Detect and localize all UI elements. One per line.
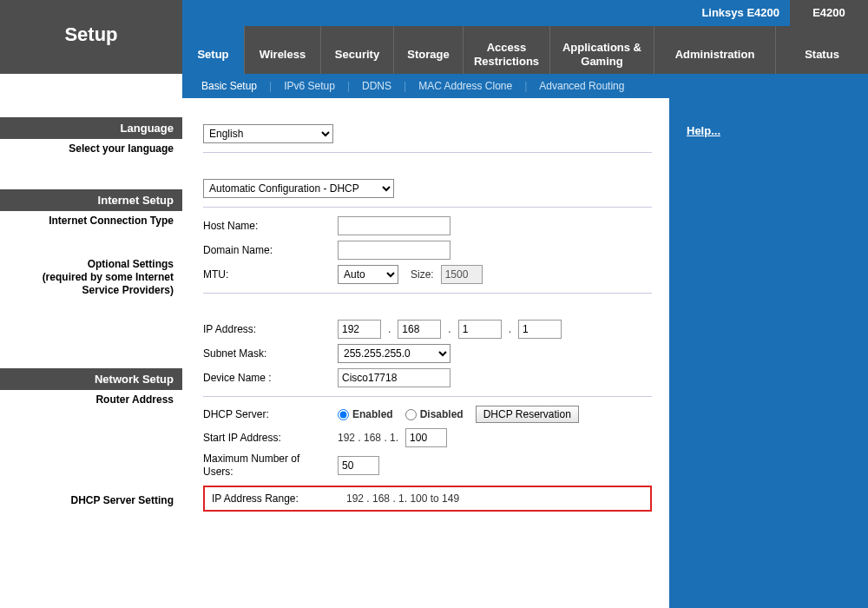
row-mtu: MTU: Auto Size: bbox=[203, 265, 652, 284]
ip-octet-2[interactable] bbox=[398, 320, 441, 339]
dhcp-enabled-radio[interactable] bbox=[338, 409, 349, 420]
optional-note: (required by some Internet Service Provi… bbox=[43, 271, 174, 296]
dhcp-reservation-button[interactable]: DHCP Reservation bbox=[476, 406, 579, 423]
start-ip-prefix: 192 . 168 . 1. bbox=[338, 432, 398, 444]
dhcp-disabled-radio[interactable] bbox=[405, 409, 417, 420]
label-size: Size: bbox=[411, 268, 434, 281]
row-domain-name: Domain Name: bbox=[203, 241, 652, 260]
label-max-users: Maximum Number of Users: bbox=[203, 453, 338, 479]
language-select[interactable]: English bbox=[203, 124, 333, 143]
device-name-input[interactable] bbox=[338, 368, 450, 387]
ip-octet-1[interactable] bbox=[338, 320, 381, 339]
subnet-mask-select[interactable]: 255.255.255.0 bbox=[338, 344, 450, 363]
row-conn-type: Automatic Configuration - DHCP bbox=[203, 179, 652, 198]
brand-spacer bbox=[182, 0, 660, 26]
tab-setup[interactable]: Setup bbox=[182, 26, 245, 74]
row-language: English bbox=[203, 124, 652, 143]
hdr-language: Language bbox=[0, 117, 182, 139]
row-ip-address: IP Address: . . . bbox=[203, 320, 652, 339]
hdr-internet-setup: Internet Setup bbox=[0, 189, 182, 211]
subnav-advanced-routing[interactable]: Advanced Routing bbox=[539, 80, 624, 92]
start-ip-input[interactable] bbox=[405, 428, 447, 447]
dhcp-enabled-wrap[interactable]: Enabled bbox=[338, 408, 405, 420]
model-label: Linksys E4200 bbox=[660, 0, 790, 26]
row-start-ip: Start IP Address: 192 . 168 . 1. bbox=[203, 428, 652, 447]
subnav-sep: | bbox=[269, 80, 272, 92]
sub-optional-settings: Optional Settings (required by some Inte… bbox=[0, 254, 182, 297]
tab-access-restrictions[interactable]: Access Restrictions bbox=[464, 26, 550, 74]
row-dhcp-server: DHCP Server: Enabled Disabled DHCP Reser… bbox=[203, 406, 652, 423]
label-dhcp-server: DHCP Server: bbox=[203, 408, 338, 420]
subnav-sep: | bbox=[524, 80, 527, 92]
label-device-name: Device Name : bbox=[203, 372, 338, 384]
subnav-sep: | bbox=[347, 80, 350, 92]
help-link[interactable]: Help... bbox=[687, 124, 720, 137]
dhcp-disabled-label: Disabled bbox=[420, 408, 464, 420]
tab-storage[interactable]: Storage bbox=[394, 26, 464, 74]
separator bbox=[203, 396, 652, 397]
subnav-mac-clone[interactable]: MAC Address Clone bbox=[418, 80, 512, 92]
right-column: Help... bbox=[669, 98, 868, 608]
model-short: E4200 bbox=[790, 0, 868, 26]
tab-status[interactable]: Status bbox=[776, 26, 868, 74]
mtu-select[interactable]: Auto bbox=[338, 265, 398, 284]
connection-type-select[interactable]: Automatic Configuration - DHCP bbox=[203, 179, 394, 198]
max-users-input[interactable] bbox=[338, 456, 379, 475]
ip-range-value: 192 . 168 . 1. 100 to 149 bbox=[346, 492, 459, 505]
ip-octet-4[interactable] bbox=[518, 320, 562, 339]
tab-wireless[interactable]: Wireless bbox=[245, 26, 321, 74]
row-ip-range: IP Address Range: 192 . 168 . 1. 100 to … bbox=[212, 492, 643, 505]
label-domain-name: Domain Name: bbox=[203, 244, 338, 256]
sub-router-address: Router Address bbox=[0, 390, 182, 406]
subnav-bar: Basic Setup | IPv6 Setup | DDNS | MAC Ad… bbox=[182, 74, 868, 98]
main-nav-row: Setup Setup Wireless Security Storage Ac… bbox=[0, 26, 868, 74]
ip-octet-3[interactable] bbox=[458, 320, 502, 339]
label-start-ip: Start IP Address: bbox=[203, 432, 338, 444]
domain-name-input[interactable] bbox=[338, 241, 450, 260]
subnav-ipv6[interactable]: IPv6 Setup bbox=[284, 80, 335, 92]
separator bbox=[203, 207, 652, 208]
row-subnet-mask: Subnet Mask: 255.255.255.0 bbox=[203, 344, 652, 363]
dhcp-disabled-wrap[interactable]: Disabled bbox=[405, 408, 476, 420]
label-ip-range: IP Address Range: bbox=[212, 492, 346, 505]
sub-select-language: Select your language bbox=[0, 139, 182, 155]
mtu-size-input bbox=[441, 265, 483, 284]
label-host-name: Host Name: bbox=[203, 220, 338, 232]
content-row: Language Select your language Internet S… bbox=[0, 98, 868, 608]
subnav-ddns[interactable]: DDNS bbox=[362, 80, 391, 92]
label-subnet-mask: Subnet Mask: bbox=[203, 347, 338, 360]
label-ip-address: IP Address: bbox=[203, 323, 338, 335]
row-device-name: Device Name : bbox=[203, 368, 652, 387]
ip-dot: . bbox=[448, 323, 450, 335]
subnav-basic-setup[interactable]: Basic Setup bbox=[201, 80, 257, 92]
separator bbox=[203, 152, 652, 153]
nav-tabs: Setup Wireless Security Storage Access R… bbox=[182, 26, 868, 74]
left-column: Language Select your language Internet S… bbox=[0, 98, 182, 608]
row-host-name: Host Name: bbox=[203, 216, 652, 235]
tab-security[interactable]: Security bbox=[321, 26, 394, 74]
ip-dot: . bbox=[509, 323, 511, 335]
tab-applications-gaming[interactable]: Applications & Gaming bbox=[550, 26, 654, 74]
ip-dot: . bbox=[388, 323, 391, 335]
row-max-users: Maximum Number of Users: bbox=[203, 453, 652, 479]
page-title: Setup bbox=[0, 22, 182, 74]
host-name-input[interactable] bbox=[338, 216, 450, 235]
sub-dhcp-setting: DHCP Server Setting bbox=[0, 491, 182, 506]
sub-conn-type: Internet Connection Type bbox=[0, 211, 182, 227]
subnav-left-gap bbox=[0, 74, 182, 98]
tab-administration[interactable]: Administration bbox=[654, 26, 776, 74]
ip-range-highlight: IP Address Range: 192 . 168 . 1. 100 to … bbox=[203, 486, 652, 512]
subnav-sep: | bbox=[404, 80, 406, 92]
optional-title: Optional Settings bbox=[88, 258, 174, 270]
separator bbox=[203, 293, 652, 294]
label-mtu: MTU: bbox=[203, 268, 338, 281]
center-column: English Automatic Configuration - DHCP H… bbox=[182, 98, 669, 608]
subnav-row: Basic Setup | IPv6 Setup | DDNS | MAC Ad… bbox=[0, 74, 868, 98]
dhcp-enabled-label: Enabled bbox=[352, 408, 393, 420]
hdr-network-setup: Network Setup bbox=[0, 368, 182, 390]
